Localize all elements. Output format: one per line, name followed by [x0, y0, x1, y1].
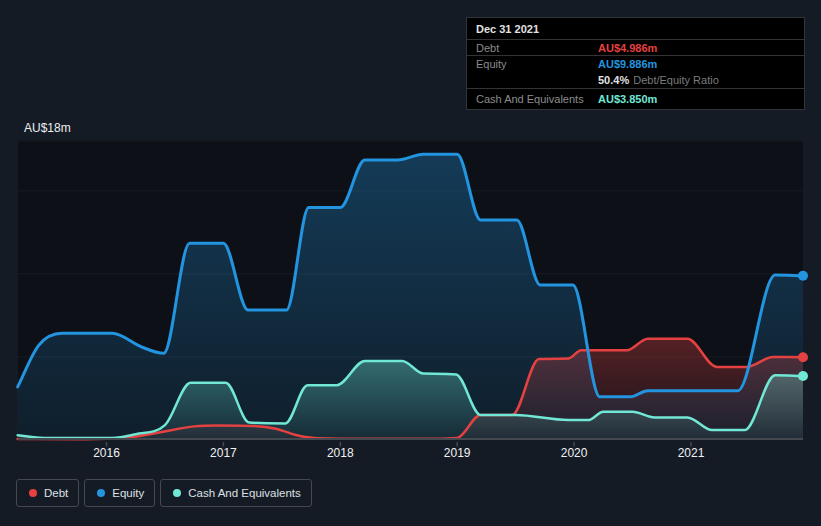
tooltip-equity-row: Equity AU$9.886m — [467, 56, 804, 72]
equity-legend-dot — [97, 489, 105, 497]
tooltip-ratio-caption: Debt/Equity Ratio — [633, 74, 719, 86]
tooltip-date: Dec 31 2021 — [467, 18, 804, 40]
tooltip-debt-row: Debt AU$4.986m — [467, 40, 804, 56]
tooltip-ratio-row: 50.4%Debt/Equity Ratio — [467, 72, 804, 89]
legend-item-cash[interactable]: Cash And Equivalents — [160, 479, 312, 507]
tooltip-ratio-percent: 50.4% — [598, 74, 629, 86]
x-tick-label-2021: 2021 — [678, 446, 705, 460]
cash-legend-dot — [173, 489, 181, 497]
tooltip-debt-label: Debt — [476, 42, 499, 54]
end-dot-equity — [798, 271, 808, 281]
x-tick-label-2018: 2018 — [327, 446, 354, 460]
x-tick-label-2016: 2016 — [93, 446, 120, 460]
tooltip-cash-row: Cash And Equivalents AU$3.850m — [467, 89, 804, 109]
tooltip-ratio-value: 50.4%Debt/Equity Ratio — [598, 74, 719, 86]
tooltip-equity-value: AU$9.886m — [598, 58, 657, 70]
legend-item-equity[interactable]: Equity — [84, 479, 155, 507]
legend-label-debt: Debt — [44, 487, 68, 499]
debt-equity-history-chart[interactable] — [18, 140, 803, 440]
legend-label-equity: Equity — [112, 487, 144, 499]
legend-label-cash: Cash And Equivalents — [188, 487, 301, 499]
tooltip-equity-label: Equity — [476, 58, 507, 70]
chart-legend: Debt Equity Cash And Equivalents — [16, 479, 312, 507]
tooltip-cash-value: AU$3.850m — [598, 93, 657, 105]
end-dot-debt — [798, 352, 808, 362]
tooltip-debt-value: AU$4.986m — [598, 42, 657, 54]
x-tick-label-2019: 2019 — [444, 446, 471, 460]
y-axis-label-max: AU$18m — [24, 121, 71, 135]
x-tick-label-2020: 2020 — [561, 446, 588, 460]
legend-item-debt[interactable]: Debt — [16, 479, 79, 507]
tooltip-cash-label: Cash And Equivalents — [476, 93, 584, 105]
chart-plot-area[interactable] — [18, 140, 803, 440]
debt-legend-dot — [29, 489, 37, 497]
end-dot-cash-and-equivalents — [798, 371, 808, 381]
x-tick-label-2017: 2017 — [210, 446, 237, 460]
chart-tooltip: Dec 31 2021 Debt AU$4.986m Equity AU$9.8… — [466, 17, 805, 110]
